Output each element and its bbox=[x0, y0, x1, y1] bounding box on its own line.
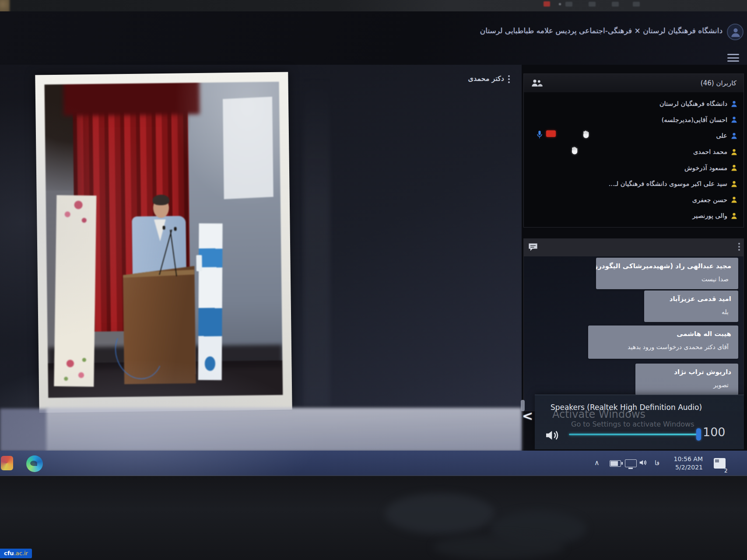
tray-chevron-up-icon[interactable]: ∧ bbox=[594, 458, 600, 467]
video-pod-menu-icon[interactable] bbox=[506, 75, 512, 85]
chat-text: بله bbox=[644, 303, 738, 320]
chat-sender: داریوش تراب نژاد bbox=[635, 364, 738, 376]
toolbar-icon-artifact bbox=[589, 2, 596, 7]
participant-name: علی bbox=[716, 132, 727, 139]
chat-text: تصویر bbox=[635, 376, 738, 393]
chat-sender: امید قدمی عزیزآباد bbox=[644, 290, 738, 303]
participant-row[interactable]: علی bbox=[524, 128, 743, 144]
participant-name: مسعود آذرخوش bbox=[684, 164, 727, 172]
taskbar-clock[interactable]: 10:56 AM 5/2/2021 bbox=[666, 455, 703, 472]
chat-header bbox=[524, 239, 743, 256]
participant-role-icon bbox=[731, 212, 737, 220]
bezel-reflection bbox=[385, 494, 494, 534]
chat-message: داریوش تراب نژاد تصویر bbox=[635, 364, 738, 395]
scene-floral-banner bbox=[54, 195, 96, 387]
bezel-reflection bbox=[433, 535, 565, 559]
menu-hamburger-icon[interactable] bbox=[727, 54, 739, 63]
participant-row[interactable]: محمد احمدی bbox=[524, 144, 743, 160]
taskbar-app-icon[interactable] bbox=[1, 456, 13, 470]
clock-date: 5/2/2021 bbox=[666, 463, 703, 472]
speaker-video-frame bbox=[35, 72, 292, 413]
screen-glare bbox=[46, 408, 522, 452]
participant-name: محمد احمدی bbox=[693, 148, 727, 155]
screen-glare bbox=[0, 409, 48, 452]
screen-glare bbox=[304, 74, 330, 407]
volume-value: 100 bbox=[703, 425, 726, 439]
meeting-title: دانشگاه فرهنگیان لرستان × فرهنگی-اجتماعی… bbox=[480, 26, 722, 35]
participant-name: والی پورنصیر bbox=[692, 212, 727, 219]
webcam-active-icon bbox=[546, 130, 556, 137]
watermark-prefix: cfu bbox=[4, 550, 14, 556]
toolbar-icon-artifact bbox=[633, 2, 640, 7]
chat-message: مجید عبدالهی راد (شهیدمیرشاکی الیگودرز) … bbox=[596, 258, 738, 289]
participant-row[interactable]: سید علی اکبر موسوی دانشگاه فرهنگیان لـ..… bbox=[524, 176, 743, 192]
participants-pod: کاربران (46) دانشگاه فرهنگیان لرستان احس… bbox=[523, 74, 744, 228]
participants-header: کاربران (46) bbox=[524, 74, 743, 92]
toolbar-icon-artifact bbox=[612, 2, 619, 7]
display-icon[interactable] bbox=[625, 459, 637, 467]
toolbar-dot-artifact bbox=[559, 3, 561, 5]
participant-role-icon bbox=[731, 100, 737, 108]
scene-water-bottle bbox=[196, 255, 202, 271]
participant-row[interactable]: حسن جعفری bbox=[524, 192, 743, 208]
language-indicator[interactable]: فا bbox=[655, 459, 659, 466]
chat-bubble-icon bbox=[528, 242, 538, 254]
participant-row[interactable]: مسعود آذرخوش bbox=[524, 160, 743, 176]
battery-icon[interactable] bbox=[610, 460, 621, 467]
participant-row[interactable]: احسان آقایی(مدیرجلسه) bbox=[524, 112, 743, 128]
edge-browser-icon[interactable] bbox=[26, 455, 43, 472]
chat-text: آقای دکتر محمدی درخواست ورود بدهید bbox=[588, 338, 738, 355]
scene-microphone-head bbox=[174, 227, 176, 231]
microphone-icon bbox=[537, 130, 543, 141]
speaker-video-content bbox=[45, 82, 283, 398]
participant-name: حسن جعفری bbox=[692, 196, 727, 203]
scene-microphone-head bbox=[162, 226, 165, 230]
participant-role-icon bbox=[731, 164, 737, 172]
person-icon bbox=[730, 26, 741, 38]
tray-speaker-icon[interactable] bbox=[638, 458, 648, 468]
clock-time: 10:56 AM bbox=[666, 455, 703, 463]
chat-message: امید قدمی عزیزآباد بله bbox=[644, 290, 738, 322]
participants-title: کاربران (46) bbox=[701, 79, 736, 87]
scene-blue-banner bbox=[198, 224, 222, 380]
laptop-bezel bbox=[0, 476, 747, 560]
notification-center-icon[interactable] bbox=[714, 458, 726, 469]
volume-flyout: Speakers (Realtek High Definition Audio) bbox=[535, 395, 744, 449]
screen-edge-highlight bbox=[0, 475, 747, 476]
participant-role-icon bbox=[731, 116, 737, 123]
chat-message: هیبت اله هاشمی آقای دکتر محمدی درخواست و… bbox=[588, 326, 738, 359]
participant-role-icon bbox=[731, 196, 737, 203]
account-avatar[interactable] bbox=[727, 24, 743, 40]
speaker-icon[interactable] bbox=[544, 428, 561, 444]
photographed-screen: دانشگاه فرهنگیان لرستان × فرهنگی-اجتماعی… bbox=[0, 0, 747, 560]
chevron-left-icon[interactable]: < bbox=[522, 410, 533, 423]
participants-list: دانشگاه فرهنگیان لرستان احسان آقایی(مدیر… bbox=[524, 96, 743, 224]
chat-sender: مجید عبدالهی راد (شهیدمیرشاکی الیگودرز) bbox=[596, 258, 738, 270]
audio-device-name[interactable]: Speakers (Realtek High Definition Audio) bbox=[539, 403, 713, 412]
participant-role-icon bbox=[731, 180, 737, 188]
chat-pod: مجید عبدالهی راد (شهیدمیرشاکی الیگودرز) … bbox=[523, 238, 744, 411]
watermark-suffix: .ac.ir bbox=[14, 550, 28, 556]
site-watermark: cfu.ac.ir bbox=[0, 549, 32, 558]
participant-name: دانشگاه فرهنگیان لرستان bbox=[659, 100, 727, 107]
chat-text: صدا نیست bbox=[596, 270, 738, 287]
participant-row[interactable]: دانشگاه فرهنگیان لرستان bbox=[524, 96, 743, 112]
participants-icon bbox=[531, 79, 543, 89]
chat-sender: هیبت اله هاشمی bbox=[588, 326, 738, 338]
participant-role-icon bbox=[731, 132, 737, 140]
notification-badge: 2 bbox=[724, 468, 728, 474]
scene-speaker-head bbox=[153, 198, 169, 218]
raised-hand-icon bbox=[570, 145, 579, 158]
participant-name: سید علی اکبر موسوی دانشگاه فرهنگیان لـ..… bbox=[609, 180, 727, 187]
volume-slider-thumb[interactable] bbox=[696, 428, 701, 441]
browser-tab-icon-artifact bbox=[544, 1, 550, 7]
video-speaker-label: دکتر محمدی bbox=[468, 74, 504, 83]
volume-slider-track[interactable] bbox=[569, 434, 698, 435]
toolbar-icon-artifact bbox=[565, 2, 572, 7]
raised-hand-icon bbox=[582, 129, 590, 141]
participant-role-icon bbox=[731, 148, 737, 156]
scene-glare bbox=[173, 82, 281, 208]
chat-pod-menu-icon[interactable] bbox=[736, 243, 742, 252]
participant-row[interactable]: والی پورنصیر bbox=[524, 208, 743, 224]
participant-name: احسان آقایی(مدیرجلسه) bbox=[662, 116, 727, 123]
